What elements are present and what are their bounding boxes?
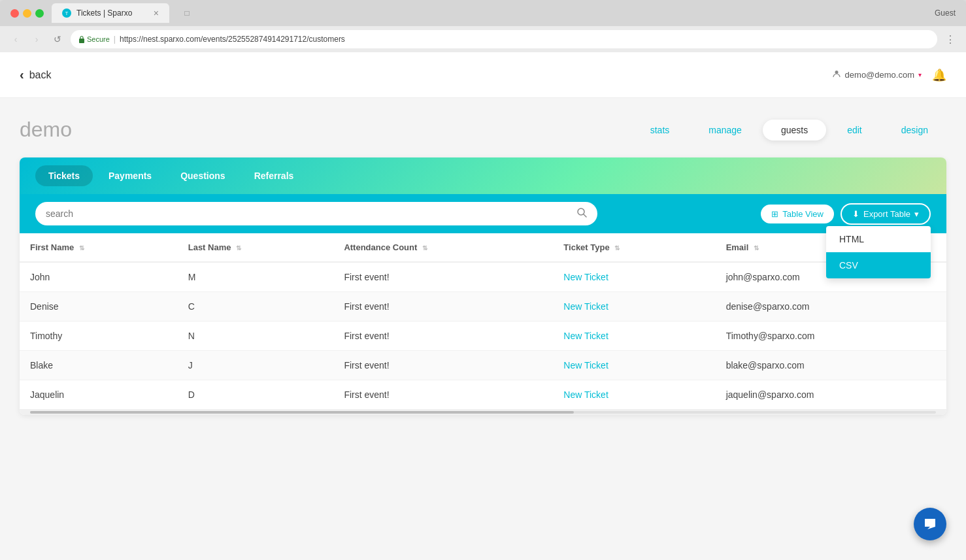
- close-window-button[interactable]: [10, 9, 19, 18]
- address-bar[interactable]: Secure | https://nest.sparxo.com/events/…: [71, 30, 937, 48]
- cell-first-name: Blake: [20, 351, 178, 380]
- export-csv-option[interactable]: CSV: [826, 252, 931, 278]
- browser-titlebar: T Tickets | Sparxo × □ Guest: [0, 0, 966, 26]
- sort-email-icon: ⇅: [754, 244, 759, 252]
- user-info[interactable]: demo@demo.com ▾: [832, 69, 922, 80]
- chat-button[interactable]: [914, 508, 946, 540]
- cell-ticket-type[interactable]: New Ticket: [553, 262, 715, 292]
- app-content: ‹ back demo@demo.com ▾ 🔔 demo st: [0, 52, 966, 560]
- page-body: demo stats manage guests edit design Tic…: [0, 98, 966, 435]
- address-divider: |: [114, 35, 116, 44]
- tab-favicon: T: [62, 8, 71, 18]
- toolbar: ⊞ Table View ⬇ Export Table ▾ HTML: [20, 194, 946, 233]
- export-dropdown-menu: HTML CSV: [826, 226, 931, 278]
- cell-email: blake@sparxo.com: [716, 351, 946, 380]
- header-right: demo@demo.com ▾ 🔔: [832, 68, 946, 82]
- back-button[interactable]: ‹: [8, 31, 24, 47]
- table-view-label: Table View: [782, 209, 824, 219]
- browser-nav: ‹ › ↺ Secure | https://nest.sparxo.com/e…: [0, 26, 966, 52]
- refresh-button[interactable]: ↺: [50, 31, 65, 47]
- browser-menu-button[interactable]: ⋮: [942, 31, 958, 47]
- tab-referrals[interactable]: Referrals: [241, 165, 307, 186]
- export-label: Export Table: [863, 209, 910, 219]
- main-card: Tickets Payments Questions Referrals: [20, 157, 946, 415]
- back-link[interactable]: ‹ back: [20, 67, 51, 82]
- table-view-button[interactable]: ⊞ Table View: [759, 203, 835, 225]
- tab-title: Tickets | Sparxo: [76, 8, 132, 18]
- back-arrow-icon: ‹: [20, 67, 24, 82]
- cell-ticket-type[interactable]: New Ticket: [553, 292, 715, 321]
- ticket-type-link[interactable]: New Ticket: [563, 389, 608, 400]
- svg-rect-0: [79, 39, 84, 43]
- event-section: demo stats manage guests edit design: [20, 118, 946, 142]
- cell-attendance-count: First event!: [333, 351, 553, 380]
- cell-last-name: C: [178, 292, 334, 321]
- table-view-icon: ⊞: [771, 209, 778, 219]
- sort-first-name-icon: ⇅: [79, 244, 84, 252]
- cell-first-name: Timothy: [20, 321, 178, 351]
- table-row: John M First event! New Ticket john@spar…: [20, 262, 946, 292]
- cell-attendance-count: First event!: [333, 262, 553, 292]
- minimize-window-button[interactable]: [23, 9, 31, 18]
- col-last-name[interactable]: Last Name ⇅: [178, 233, 334, 262]
- user-email: demo@demo.com: [845, 70, 914, 80]
- nav-item-guests[interactable]: guests: [763, 120, 826, 140]
- col-first-name[interactable]: First Name ⇅: [20, 233, 178, 262]
- tab-tickets[interactable]: Tickets: [35, 165, 93, 186]
- maximize-window-button[interactable]: [35, 9, 44, 18]
- scroll-thumb[interactable]: [30, 411, 574, 414]
- tab-payments[interactable]: Payments: [95, 165, 165, 186]
- cell-attendance-count: First event!: [333, 321, 553, 351]
- ticket-type-link[interactable]: New Ticket: [563, 360, 608, 371]
- cell-last-name: N: [178, 321, 334, 351]
- nav-item-stats[interactable]: stats: [632, 120, 688, 140]
- export-html-option[interactable]: HTML: [826, 226, 931, 252]
- export-icon: ⬇: [852, 209, 859, 219]
- export-dropdown-arrow-icon: ▾: [914, 209, 919, 219]
- user-dropdown-arrow[interactable]: ▾: [918, 71, 922, 78]
- event-nav: stats manage guests edit design: [632, 120, 946, 140]
- new-tab-button[interactable]: □: [177, 5, 197, 21]
- scroll-indicator: [20, 410, 946, 415]
- tab-questions[interactable]: Questions: [167, 165, 238, 186]
- scroll-track: [30, 411, 936, 414]
- nav-item-edit[interactable]: edit: [829, 120, 880, 140]
- data-table: First Name ⇅ Last Name ⇅ Attendance Coun…: [20, 233, 946, 410]
- export-dropdown-container: ⬇ Export Table ▾ HTML CSV: [841, 203, 931, 225]
- col-attendance-count[interactable]: Attendance Count ⇅: [333, 233, 553, 262]
- ticket-type-link[interactable]: New Ticket: [563, 272, 608, 282]
- ticket-type-link[interactable]: New Ticket: [563, 331, 608, 341]
- cell-ticket-type[interactable]: New Ticket: [553, 351, 715, 380]
- back-text: back: [29, 69, 52, 81]
- ticket-type-link[interactable]: New Ticket: [563, 301, 608, 312]
- table-row: Jaquelin D First event! New Ticket jaque…: [20, 380, 946, 410]
- cell-first-name: Jaquelin: [20, 380, 178, 410]
- app-header: ‹ back demo@demo.com ▾ 🔔: [0, 52, 966, 98]
- guest-label: Guest: [935, 8, 956, 18]
- event-title: demo: [20, 118, 72, 142]
- cell-attendance-count: First event!: [333, 292, 553, 321]
- cell-last-name: J: [178, 351, 334, 380]
- cell-ticket-type[interactable]: New Ticket: [553, 380, 715, 410]
- cell-ticket-type[interactable]: New Ticket: [553, 321, 715, 351]
- col-ticket-type[interactable]: Ticket Type ⇅: [553, 233, 715, 262]
- browser-window: T Tickets | Sparxo × □ Guest ‹ › ↺ Secur…: [0, 0, 966, 560]
- svg-line-3: [584, 214, 586, 217]
- window-controls: [10, 9, 44, 18]
- table-header: First Name ⇅ Last Name ⇅ Attendance Coun…: [20, 233, 946, 262]
- address-url: https://nest.sparxo.com/events/252552874…: [120, 35, 345, 44]
- notification-bell-icon[interactable]: 🔔: [932, 68, 946, 82]
- browser-tab[interactable]: T Tickets | Sparxo ×: [52, 3, 169, 23]
- search-icon: [576, 207, 587, 220]
- cell-last-name: D: [178, 380, 334, 410]
- forward-button[interactable]: ›: [29, 31, 44, 47]
- nav-item-manage[interactable]: manage: [690, 120, 760, 140]
- tab-close-button[interactable]: ×: [154, 8, 159, 18]
- table-row: Timothy N First event! New Ticket Timoth…: [20, 321, 946, 351]
- export-table-button[interactable]: ⬇ Export Table ▾: [841, 203, 931, 225]
- search-input[interactable]: [46, 208, 571, 219]
- toolbar-buttons: ⊞ Table View ⬇ Export Table ▾ HTML: [759, 203, 931, 225]
- cell-attendance-count: First event!: [333, 380, 553, 410]
- nav-item-design[interactable]: design: [883, 120, 946, 140]
- secure-badge: Secure: [78, 35, 110, 43]
